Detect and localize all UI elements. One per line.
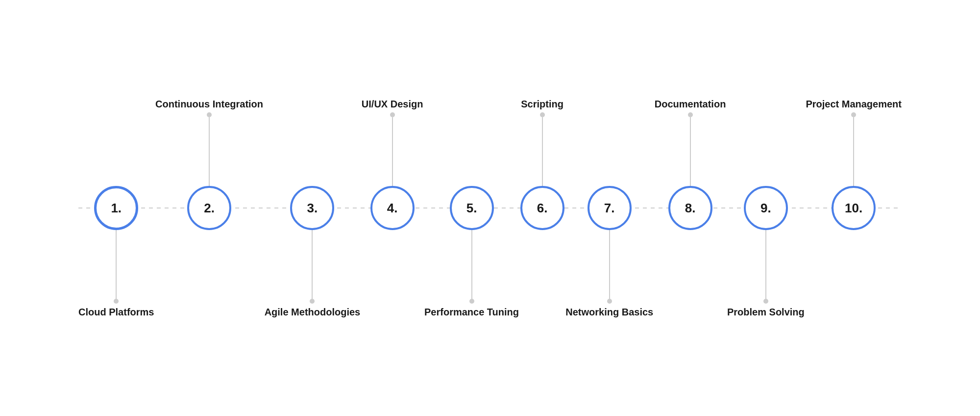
node-2-top-dot xyxy=(207,112,212,117)
node-9-number: 9. xyxy=(760,201,771,216)
node-5-bottom-dot xyxy=(469,299,474,304)
node-4-number: 4. xyxy=(387,201,398,216)
node-4-circle[interactable]: 4. xyxy=(370,186,415,230)
node-8-top-section: Documentation xyxy=(655,98,726,186)
node-7-circle[interactable]: 7. xyxy=(588,186,632,230)
node-2-vline-top xyxy=(209,117,210,186)
nodes-row: 1.Cloud PlatformsContinuous Integration2… xyxy=(49,98,931,318)
node-8-circle[interactable]: 8. xyxy=(668,186,712,230)
node-7-number: 7. xyxy=(604,201,615,216)
node-3-vline-bottom xyxy=(312,230,313,299)
node-9-bottom-section: Problem Solving xyxy=(727,230,805,318)
node-2-number: 2. xyxy=(204,201,215,216)
node-3-circle[interactable]: 3. xyxy=(290,186,334,230)
node-7-bottom-label: Networking Basics xyxy=(565,306,653,318)
node-5-bottom-label: Performance Tuning xyxy=(424,306,519,318)
node-1-bottom-dot xyxy=(114,299,119,304)
node-9-circle[interactable]: 9. xyxy=(744,186,788,230)
node-5-number: 5. xyxy=(466,201,477,216)
node-2[interactable]: Continuous Integration2. xyxy=(155,98,263,318)
node-1-bottom-section: Cloud Platforms xyxy=(78,230,154,318)
node-6-top-section: Scripting xyxy=(521,98,564,186)
node-6-circle[interactable]: 6. xyxy=(520,186,564,230)
node-3[interactable]: 3.Agile Methodologies xyxy=(265,98,361,318)
node-4-vline-top xyxy=(392,117,393,186)
node-2-top-label: Continuous Integration xyxy=(155,98,263,110)
node-7-bottom-section: Networking Basics xyxy=(565,230,653,318)
node-10-number: 10. xyxy=(845,201,862,216)
node-8-top-label: Documentation xyxy=(655,98,726,110)
node-10-top-section: Project Management xyxy=(806,98,902,186)
node-1-number: 1. xyxy=(111,201,122,216)
node-5-circle[interactable]: 5. xyxy=(450,186,494,230)
node-10-top-dot xyxy=(851,112,856,117)
node-9-bottom-label: Problem Solving xyxy=(727,306,805,318)
node-2-top-section: Continuous Integration xyxy=(155,98,263,186)
node-4-top-dot xyxy=(390,112,395,117)
node-3-number: 3. xyxy=(307,201,318,216)
node-10-top-label: Project Management xyxy=(806,98,902,110)
node-5-vline-bottom xyxy=(471,230,472,299)
node-10-vline-top xyxy=(853,117,854,186)
node-3-bottom-label: Agile Methodologies xyxy=(265,306,361,318)
node-3-bottom-dot xyxy=(310,299,315,304)
node-8-number: 8. xyxy=(685,201,696,216)
node-2-circle[interactable]: 2. xyxy=(187,186,231,230)
node-1-circle[interactable]: 1. xyxy=(94,186,138,230)
node-9[interactable]: 9.Problem Solving xyxy=(727,98,805,318)
node-9-vline-bottom xyxy=(765,230,766,299)
node-6-top-dot xyxy=(540,112,545,117)
node-8[interactable]: Documentation8. xyxy=(655,98,726,318)
node-1[interactable]: 1.Cloud Platforms xyxy=(78,98,154,318)
node-5-bottom-section: Performance Tuning xyxy=(424,230,519,318)
node-4-top-label: UI/UX Design xyxy=(362,98,423,110)
node-8-vline-top xyxy=(690,117,691,186)
node-10-circle[interactable]: 10. xyxy=(832,186,876,230)
node-1-vline-bottom xyxy=(116,230,117,299)
node-8-top-dot xyxy=(688,112,693,117)
node-7-vline-bottom xyxy=(609,230,610,299)
node-6-vline-top xyxy=(542,117,543,186)
node-6[interactable]: Scripting6. xyxy=(520,98,564,318)
node-3-bottom-section: Agile Methodologies xyxy=(265,230,361,318)
node-6-number: 6. xyxy=(537,201,548,216)
node-6-top-label: Scripting xyxy=(521,98,564,110)
node-4-top-section: UI/UX Design xyxy=(362,98,423,186)
node-9-bottom-dot xyxy=(763,299,768,304)
timeline-container: 1.Cloud PlatformsContinuous Integration2… xyxy=(49,36,931,380)
node-5[interactable]: 5.Performance Tuning xyxy=(424,98,519,318)
node-1-bottom-label: Cloud Platforms xyxy=(78,306,154,318)
node-7-bottom-dot xyxy=(607,299,612,304)
node-7[interactable]: 7.Networking Basics xyxy=(565,98,653,318)
node-10[interactable]: Project Management10. xyxy=(806,98,902,318)
node-4[interactable]: UI/UX Design4. xyxy=(362,98,423,318)
